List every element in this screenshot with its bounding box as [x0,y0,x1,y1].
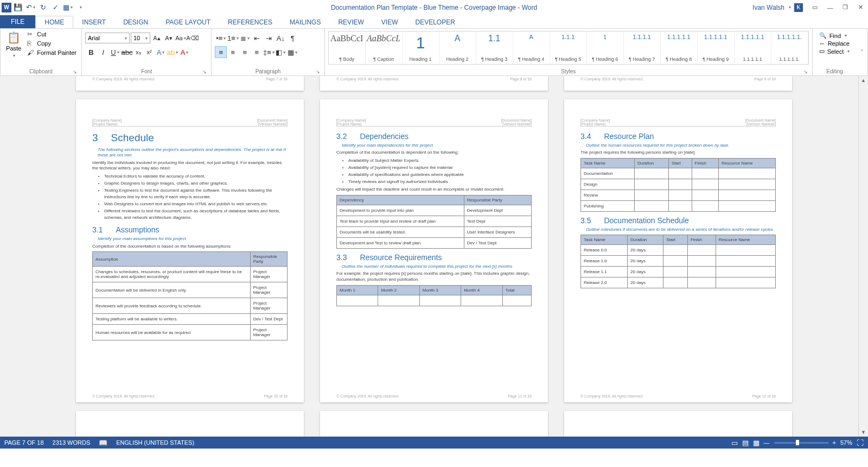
paragraph-launcher-icon[interactable]: ↘ [316,69,320,74]
tab-review[interactable]: REVIEW [329,16,372,28]
tab-developer[interactable]: DEVELOPER [406,16,463,28]
tab-view[interactable]: VIEW [373,16,407,28]
sort-icon[interactable]: A↓ [275,32,286,44]
change-case-icon[interactable]: Aa▾ [175,32,186,44]
align-left-icon[interactable]: ≡ [215,46,227,58]
page-status[interactable]: PAGE 7 OF 18 [4,439,44,446]
scroll-down-icon[interactable]: ▼ [859,428,868,437]
bullets-icon[interactable]: •≡▾ [215,32,227,44]
clipboard-launcher-icon[interactable]: ↘ [73,69,77,74]
style-item[interactable]: AHeading 2 [439,31,476,64]
language-status[interactable]: ENGLISH (UNITED STATES) [116,439,194,446]
tab-home[interactable]: HOME [35,16,73,28]
decrease-indent-icon[interactable]: ⇤ [251,32,263,44]
document-page[interactable]: [Company Name][Project Name][Document Na… [564,99,792,402]
align-center-icon[interactable]: ≡ [227,46,239,58]
select-button[interactable]: ▭Select▾ [819,48,851,55]
style-item[interactable]: 1.1.1.1.1¶ Heading 9 [698,31,735,64]
document-page[interactable]: [Company Name][Project Name][Document Na… [76,99,304,402]
ribbon-display-icon[interactable]: ▭ [807,2,822,14]
vertical-scrollbar[interactable]: ▲ ▼ [858,76,868,437]
restore-icon[interactable]: ❐ [838,2,853,14]
document-page[interactable]: [Company Name][Project Name][Document Na… [320,99,548,402]
scroll-up-icon[interactable]: ▲ [859,76,868,85]
print-layout-icon[interactable]: ▤ [742,439,749,447]
shading-icon[interactable]: ◧▾ [275,46,286,58]
close-icon[interactable]: ✕ [853,2,868,14]
zoom-out-icon[interactable]: — [764,439,770,446]
numbering-icon[interactable]: 1≡▾ [227,32,239,44]
style-item[interactable]: 1.1.1.1.1¶ Heading 8 [661,31,698,64]
style-item[interactable]: 1.1.1.1¶ Heading 7 [624,31,661,64]
bold-button[interactable]: B [85,46,97,58]
undo-icon[interactable]: ↶▾ [24,2,36,14]
ribbon: 📋 Paste▾ ✂Cut ⎘Copy 🖌Format Painter Clip… [0,28,868,76]
spelling-icon[interactable]: ✓ [49,2,61,14]
style-item[interactable]: 1.1.1.1.1.1.1.1.1.1. [771,31,808,64]
font-name-select[interactable]: Arial▾ [85,33,130,43]
replace-button[interactable]: ↔Replace [819,40,851,47]
style-item[interactable]: 1.1.1¶ Heading 5 [550,31,587,64]
cut-button[interactable]: ✂Cut [25,30,78,39]
styles-launcher-icon[interactable]: ↘ [803,69,808,74]
increase-indent-icon[interactable]: ⇥ [263,32,275,44]
copy-button[interactable]: ⎘Copy [25,39,78,48]
cut-icon: ✂ [27,30,35,38]
tab-references[interactable]: REFERENCES [219,16,281,28]
style-item[interactable]: AaBbCcI¶ Body [329,31,366,64]
multilevel-icon[interactable]: ≣▾ [239,32,251,44]
paste-button[interactable]: 📋 Paste▾ [4,30,23,58]
style-item[interactable]: AaBbCcL¶ Caption [366,31,403,64]
web-layout-icon[interactable]: ▦ [753,439,760,447]
clear-format-icon[interactable]: A⌫ [187,32,198,44]
help-icon[interactable]: ? [792,2,807,14]
font-launcher-icon[interactable]: ↘ [202,69,207,74]
grow-font-icon[interactable]: A▴ [151,32,162,44]
justify-icon[interactable]: ≡ [251,46,263,58]
font-size-select[interactable]: 10▾ [131,33,150,43]
minimize-icon[interactable]: — [822,2,838,14]
collapse-ribbon-icon[interactable]: ˄ [857,29,867,75]
document-workspace[interactable]: © Company 2019. All rights reserved.Page… [0,76,868,437]
read-mode-icon[interactable]: ▭ [731,439,738,447]
align-right-icon[interactable]: ≡ [239,46,251,58]
tab-page-layout[interactable]: PAGE LAYOUT [157,16,219,28]
word-count[interactable]: 2313 WORDS [53,439,91,446]
highlight-icon[interactable]: ab▾ [167,46,178,58]
italic-button[interactable]: I [97,46,109,58]
strike-button[interactable]: abc [121,46,133,58]
tab-file[interactable]: FILE [0,15,35,28]
style-item[interactable]: A¶ Heading 4 [513,31,550,64]
style-item[interactable]: 1.1.1.1.11.1.1.1.1 [735,31,771,64]
customize-qat-icon[interactable]: ▦▾ [62,2,74,14]
shrink-font-icon[interactable]: A▾ [163,32,174,44]
paste-icon: 📋 [7,31,21,44]
underline-button[interactable]: U▾ [109,46,121,58]
tab-design[interactable]: DESIGN [114,16,157,28]
proofing-icon[interactable]: 📖 [99,439,107,447]
format-painter-button[interactable]: 🖌Format Painter [25,48,78,57]
style-item[interactable]: 1Heading 1 [403,31,439,64]
fit-icon[interactable]: ⛶ [857,439,864,447]
styles-gallery[interactable]: AaBbCcI¶ BodyAaBbCcL¶ Caption1Heading 1A… [328,31,809,65]
zoom-level[interactable]: 57% [840,439,852,446]
find-button[interactable]: 🔍Find▾ [819,32,851,39]
style-item[interactable]: 1.1¶ Heading 3 [476,31,513,64]
show-marks-icon[interactable]: ¶ [286,32,298,44]
font-color-icon[interactable]: A▾ [178,46,190,58]
zoom-slider[interactable] [774,442,828,444]
replace-icon: ↔ [819,40,825,47]
borders-icon[interactable]: ▦▾ [286,46,298,58]
text-effects-icon[interactable]: A▾ [155,46,167,58]
zoom-in-icon[interactable]: + [833,439,836,446]
redo-icon[interactable]: ↻ [37,2,49,14]
style-item[interactable]: 1¶ Heading 6 [587,31,624,64]
editing-label: Editing [816,68,854,75]
save-icon[interactable]: 💾 [12,2,24,14]
subscript-button[interactable]: x₂ [133,46,144,58]
tab-insert[interactable]: INSERT [73,16,114,28]
superscript-button[interactable]: x² [144,46,155,58]
line-spacing-icon[interactable]: ‡≡▾ [263,46,275,58]
tab-mailings[interactable]: MAILINGS [281,16,329,28]
qat-dropdown-icon[interactable]: ▾ [74,2,86,14]
